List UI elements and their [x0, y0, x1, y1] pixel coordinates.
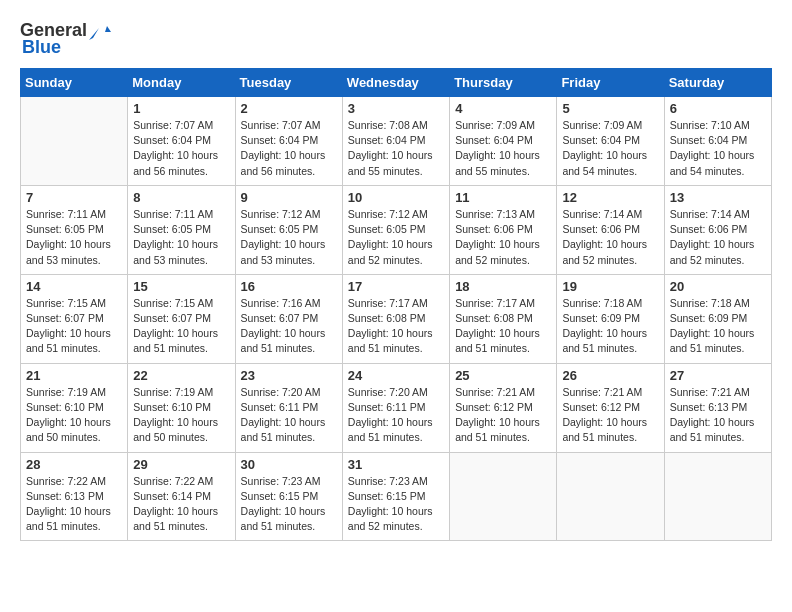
weekday-header-saturday: Saturday — [664, 69, 771, 97]
day-number: 15 — [133, 279, 229, 294]
day-number: 21 — [26, 368, 122, 383]
weekday-header-sunday: Sunday — [21, 69, 128, 97]
day-number: 16 — [241, 279, 337, 294]
day-info: Sunrise: 7:21 AMSunset: 6:12 PMDaylight:… — [562, 385, 658, 446]
calendar-cell — [21, 97, 128, 186]
day-number: 3 — [348, 101, 444, 116]
day-info: Sunrise: 7:12 AMSunset: 6:05 PMDaylight:… — [241, 207, 337, 268]
calendar-cell: 4Sunrise: 7:09 AMSunset: 6:04 PMDaylight… — [450, 97, 557, 186]
calendar-cell: 28Sunrise: 7:22 AMSunset: 6:13 PMDayligh… — [21, 452, 128, 541]
calendar-cell: 22Sunrise: 7:19 AMSunset: 6:10 PMDayligh… — [128, 363, 235, 452]
weekday-header-thursday: Thursday — [450, 69, 557, 97]
calendar-week-2: 7Sunrise: 7:11 AMSunset: 6:05 PMDaylight… — [21, 185, 772, 274]
calendar-cell: 9Sunrise: 7:12 AMSunset: 6:05 PMDaylight… — [235, 185, 342, 274]
calendar-week-5: 28Sunrise: 7:22 AMSunset: 6:13 PMDayligh… — [21, 452, 772, 541]
day-number: 22 — [133, 368, 229, 383]
day-number: 28 — [26, 457, 122, 472]
day-number: 31 — [348, 457, 444, 472]
day-info: Sunrise: 7:14 AMSunset: 6:06 PMDaylight:… — [562, 207, 658, 268]
day-info: Sunrise: 7:14 AMSunset: 6:06 PMDaylight:… — [670, 207, 766, 268]
day-number: 10 — [348, 190, 444, 205]
calendar-cell: 27Sunrise: 7:21 AMSunset: 6:13 PMDayligh… — [664, 363, 771, 452]
logo: General Blue — [20, 20, 111, 58]
calendar-cell: 17Sunrise: 7:17 AMSunset: 6:08 PMDayligh… — [342, 274, 449, 363]
day-info: Sunrise: 7:18 AMSunset: 6:09 PMDaylight:… — [670, 296, 766, 357]
calendar-cell: 25Sunrise: 7:21 AMSunset: 6:12 PMDayligh… — [450, 363, 557, 452]
calendar-cell: 19Sunrise: 7:18 AMSunset: 6:09 PMDayligh… — [557, 274, 664, 363]
day-info: Sunrise: 7:15 AMSunset: 6:07 PMDaylight:… — [26, 296, 122, 357]
calendar-cell — [557, 452, 664, 541]
day-number: 4 — [455, 101, 551, 116]
weekday-header-friday: Friday — [557, 69, 664, 97]
day-info: Sunrise: 7:23 AMSunset: 6:15 PMDaylight:… — [241, 474, 337, 535]
day-info: Sunrise: 7:15 AMSunset: 6:07 PMDaylight:… — [133, 296, 229, 357]
calendar-cell: 6Sunrise: 7:10 AMSunset: 6:04 PMDaylight… — [664, 97, 771, 186]
weekday-header-tuesday: Tuesday — [235, 69, 342, 97]
day-info: Sunrise: 7:21 AMSunset: 6:13 PMDaylight:… — [670, 385, 766, 446]
calendar-cell: 18Sunrise: 7:17 AMSunset: 6:08 PMDayligh… — [450, 274, 557, 363]
day-info: Sunrise: 7:16 AMSunset: 6:07 PMDaylight:… — [241, 296, 337, 357]
calendar-table: SundayMondayTuesdayWednesdayThursdayFrid… — [20, 68, 772, 541]
day-number: 9 — [241, 190, 337, 205]
day-info: Sunrise: 7:09 AMSunset: 6:04 PMDaylight:… — [562, 118, 658, 179]
day-number: 19 — [562, 279, 658, 294]
calendar-cell: 10Sunrise: 7:12 AMSunset: 6:05 PMDayligh… — [342, 185, 449, 274]
weekday-header-monday: Monday — [128, 69, 235, 97]
day-info: Sunrise: 7:18 AMSunset: 6:09 PMDaylight:… — [562, 296, 658, 357]
day-number: 6 — [670, 101, 766, 116]
weekday-header-wednesday: Wednesday — [342, 69, 449, 97]
day-info: Sunrise: 7:08 AMSunset: 6:04 PMDaylight:… — [348, 118, 444, 179]
calendar-cell: 16Sunrise: 7:16 AMSunset: 6:07 PMDayligh… — [235, 274, 342, 363]
page-header: General Blue — [20, 20, 772, 58]
calendar-week-1: 1Sunrise: 7:07 AMSunset: 6:04 PMDaylight… — [21, 97, 772, 186]
calendar-cell: 1Sunrise: 7:07 AMSunset: 6:04 PMDaylight… — [128, 97, 235, 186]
calendar-cell: 31Sunrise: 7:23 AMSunset: 6:15 PMDayligh… — [342, 452, 449, 541]
calendar-cell: 8Sunrise: 7:11 AMSunset: 6:05 PMDaylight… — [128, 185, 235, 274]
day-number: 8 — [133, 190, 229, 205]
calendar-cell — [664, 452, 771, 541]
calendar-cell: 3Sunrise: 7:08 AMSunset: 6:04 PMDaylight… — [342, 97, 449, 186]
day-number: 14 — [26, 279, 122, 294]
day-info: Sunrise: 7:13 AMSunset: 6:06 PMDaylight:… — [455, 207, 551, 268]
day-info: Sunrise: 7:19 AMSunset: 6:10 PMDaylight:… — [133, 385, 229, 446]
day-number: 27 — [670, 368, 766, 383]
day-number: 2 — [241, 101, 337, 116]
day-number: 20 — [670, 279, 766, 294]
day-number: 30 — [241, 457, 337, 472]
calendar-cell: 20Sunrise: 7:18 AMSunset: 6:09 PMDayligh… — [664, 274, 771, 363]
day-info: Sunrise: 7:11 AMSunset: 6:05 PMDaylight:… — [133, 207, 229, 268]
calendar-cell: 5Sunrise: 7:09 AMSunset: 6:04 PMDaylight… — [557, 97, 664, 186]
calendar-week-4: 21Sunrise: 7:19 AMSunset: 6:10 PMDayligh… — [21, 363, 772, 452]
day-number: 13 — [670, 190, 766, 205]
day-number: 24 — [348, 368, 444, 383]
calendar-week-3: 14Sunrise: 7:15 AMSunset: 6:07 PMDayligh… — [21, 274, 772, 363]
day-info: Sunrise: 7:17 AMSunset: 6:08 PMDaylight:… — [455, 296, 551, 357]
day-number: 29 — [133, 457, 229, 472]
day-number: 17 — [348, 279, 444, 294]
svg-marker-0 — [89, 26, 111, 40]
day-number: 25 — [455, 368, 551, 383]
day-number: 18 — [455, 279, 551, 294]
day-info: Sunrise: 7:07 AMSunset: 6:04 PMDaylight:… — [133, 118, 229, 179]
day-info: Sunrise: 7:17 AMSunset: 6:08 PMDaylight:… — [348, 296, 444, 357]
calendar-cell: 2Sunrise: 7:07 AMSunset: 6:04 PMDaylight… — [235, 97, 342, 186]
logo-bird-icon — [89, 24, 111, 40]
calendar-cell: 13Sunrise: 7:14 AMSunset: 6:06 PMDayligh… — [664, 185, 771, 274]
calendar-cell: 12Sunrise: 7:14 AMSunset: 6:06 PMDayligh… — [557, 185, 664, 274]
calendar-cell: 30Sunrise: 7:23 AMSunset: 6:15 PMDayligh… — [235, 452, 342, 541]
calendar-cell: 7Sunrise: 7:11 AMSunset: 6:05 PMDaylight… — [21, 185, 128, 274]
calendar-cell: 15Sunrise: 7:15 AMSunset: 6:07 PMDayligh… — [128, 274, 235, 363]
day-info: Sunrise: 7:11 AMSunset: 6:05 PMDaylight:… — [26, 207, 122, 268]
day-info: Sunrise: 7:19 AMSunset: 6:10 PMDaylight:… — [26, 385, 122, 446]
day-info: Sunrise: 7:09 AMSunset: 6:04 PMDaylight:… — [455, 118, 551, 179]
day-number: 12 — [562, 190, 658, 205]
calendar-cell — [450, 452, 557, 541]
day-info: Sunrise: 7:12 AMSunset: 6:05 PMDaylight:… — [348, 207, 444, 268]
calendar-cell: 11Sunrise: 7:13 AMSunset: 6:06 PMDayligh… — [450, 185, 557, 274]
day-info: Sunrise: 7:20 AMSunset: 6:11 PMDaylight:… — [241, 385, 337, 446]
day-info: Sunrise: 7:07 AMSunset: 6:04 PMDaylight:… — [241, 118, 337, 179]
day-number: 23 — [241, 368, 337, 383]
day-info: Sunrise: 7:22 AMSunset: 6:14 PMDaylight:… — [133, 474, 229, 535]
day-number: 11 — [455, 190, 551, 205]
calendar-cell: 21Sunrise: 7:19 AMSunset: 6:10 PMDayligh… — [21, 363, 128, 452]
